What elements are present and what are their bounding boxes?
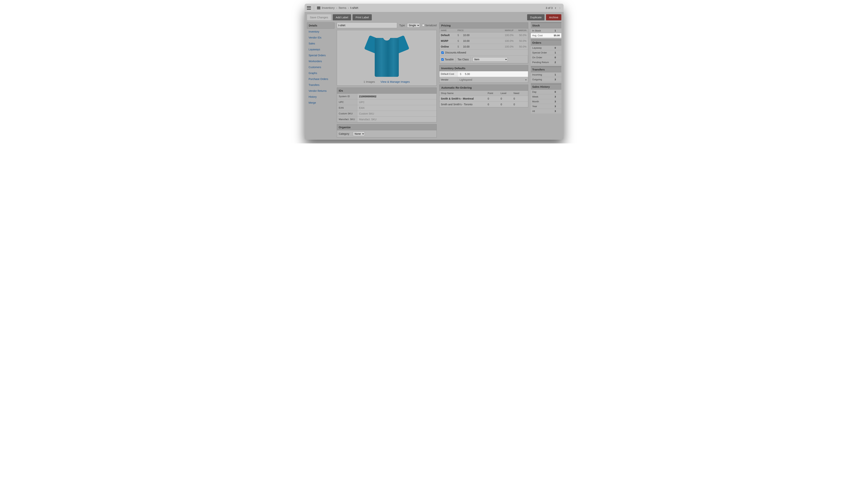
stat-row: Year3 xyxy=(531,104,561,109)
ids-label: Custom SKU xyxy=(337,111,357,117)
reorder-title: Automatic Re-Ordering xyxy=(440,85,528,91)
reorder-row: Smith & Smith's - Montreal000 xyxy=(440,96,528,102)
sidebar-item-purchase-orders[interactable]: Purchase Orders xyxy=(307,76,334,82)
stat-row: On Order0 xyxy=(531,55,561,60)
add-label-button[interactable]: Add Label xyxy=(333,14,351,20)
stat-row: Week3 xyxy=(531,94,561,99)
stat-row: In Stock1 xyxy=(531,28,561,33)
stat-row: Avg. Cost$5.00 xyxy=(531,33,561,38)
stat-row: Incoming1 xyxy=(531,72,561,77)
price-row: Online$10.00100.0%50.0% xyxy=(440,44,528,50)
price-row: Default$10.00100.0%50.0% xyxy=(440,32,528,38)
ids-label: System ID xyxy=(337,94,357,99)
price-row: MSRP$10.00100.0%50.0% xyxy=(440,38,528,44)
sidebar-item-graphs[interactable]: Graphs xyxy=(307,70,334,76)
discounts-label: Discounts Allowed xyxy=(445,51,466,54)
print-label-button[interactable]: Print Label xyxy=(352,14,372,20)
reorder-row: Smith and Smith's - Toronto000 xyxy=(440,102,528,107)
sidebar-item-customers[interactable]: Customers xyxy=(307,64,334,70)
ids-value[interactable]: Manufact. SKU xyxy=(357,117,436,122)
saleshistory-panel: Sales History Day0Week3Month3Year3All3 xyxy=(531,84,561,113)
default-cost-currency: $ xyxy=(458,71,464,77)
ids-title: IDs xyxy=(337,88,436,94)
ids-value[interactable]: UPC xyxy=(357,99,436,105)
next-icon: › xyxy=(558,6,561,10)
category-select[interactable]: None xyxy=(353,132,365,136)
ids-value: 210000000002 xyxy=(357,94,436,99)
manage-images-link[interactable]: View & Manage Images xyxy=(381,80,410,83)
sidebar: DetailsInventoryVendor IDsSalesLayawaysS… xyxy=(307,22,334,138)
ids-label: Manufact. SKU xyxy=(337,117,357,122)
sidebar-item-vendor-returns[interactable]: Vendor Returns xyxy=(307,88,334,94)
orders-title: Orders xyxy=(531,40,561,46)
ids-label: UPC xyxy=(337,99,357,105)
ids-label: EAN xyxy=(337,105,357,111)
transfers-title: Transfers xyxy=(531,67,561,72)
archive-button[interactable]: Archive xyxy=(546,14,561,20)
pager-text: 3 of 3 xyxy=(546,6,552,9)
item-name-input[interactable] xyxy=(337,22,397,28)
orders-panel: Orders Layaway0Special Order1On Order0Pe… xyxy=(531,40,561,64)
chevron-down-icon: ▾ xyxy=(525,78,527,81)
taxclass-label: Tax Class xyxy=(457,58,469,61)
default-cost-label: Default Cost xyxy=(440,71,458,77)
sidebar-item-inventory[interactable]: Inventory xyxy=(307,29,334,34)
product-image xyxy=(364,34,409,78)
stat-row: Special Order1 xyxy=(531,50,561,55)
pricing-panel: Pricing NAME PRICE MARKUP MARGIN Default… xyxy=(439,22,528,63)
sidebar-item-layaways[interactable]: Layaways xyxy=(307,47,334,52)
default-cost-value[interactable]: 5.00 xyxy=(464,71,528,77)
col-markup: MARKUP xyxy=(485,29,514,31)
sidebar-item-history[interactable]: History xyxy=(307,94,334,100)
vendor-label: Vendor xyxy=(440,77,458,82)
image-panel: 1 Images View & Manage Images xyxy=(337,30,437,86)
image-count: 1 Images xyxy=(364,80,375,83)
stock-title: Stock xyxy=(531,22,561,28)
transfers-panel: Transfers Incoming1Outgoing3 xyxy=(531,67,561,82)
save-button: Save Changes xyxy=(307,14,331,21)
taxable-label: Taxable xyxy=(445,58,454,61)
sidebar-item-transfers[interactable]: Transfers xyxy=(307,82,334,88)
stat-row: Month3 xyxy=(531,99,561,104)
stat-row: Pending Return2 xyxy=(531,60,561,64)
organize-title: Organize xyxy=(337,124,436,130)
stat-row: All3 xyxy=(531,109,561,113)
inventory-defaults-panel: Inventory Defaults Default Cost $ 5.00 V… xyxy=(439,65,528,83)
col-need: Need xyxy=(514,92,527,94)
stock-panel: Stock In Stock1Avg. Cost$5.00 xyxy=(531,22,561,38)
ids-value[interactable]: Custom SKU xyxy=(357,111,436,117)
breadcrumb-root[interactable]: Inventory xyxy=(322,6,335,10)
organize-panel: Organize Category None xyxy=(337,124,437,138)
col-price: PRICE xyxy=(457,29,485,31)
type-label: Type xyxy=(399,24,405,27)
sidebar-item-merge[interactable]: Merge xyxy=(307,100,334,106)
breadcrumb-current: t-shirt xyxy=(350,6,358,10)
serialized-label: Serialized xyxy=(425,24,436,27)
duplicate-button[interactable]: Duplicate xyxy=(527,14,545,20)
sidebar-item-workorders[interactable]: Workorders xyxy=(307,58,334,64)
sidebar-item-vendor-ids[interactable]: Vendor IDs xyxy=(307,34,334,41)
sidebar-item-sales[interactable]: Sales xyxy=(307,41,334,47)
topbar: Inventory › Items › t-shirt 3 of 3 ‹ › xyxy=(304,4,564,12)
col-name: NAME xyxy=(441,29,457,31)
inventory-icon xyxy=(317,7,320,9)
prev-icon[interactable]: ‹ xyxy=(554,6,557,10)
reorder-panel: Automatic Re-Ordering Shop Name Point Le… xyxy=(439,84,528,107)
vendor-select[interactable]: Lightspeed ▾ xyxy=(458,77,528,82)
stat-row: Outgoing3 xyxy=(531,77,561,82)
breadcrumb: Inventory › Items › t-shirt xyxy=(322,6,358,10)
inv-defaults-title: Inventory Defaults xyxy=(440,65,528,71)
pricing-title: Pricing xyxy=(440,22,528,29)
menu-icon[interactable] xyxy=(307,6,311,10)
taxclass-select[interactable]: Item xyxy=(473,57,508,62)
col-point: Point xyxy=(488,92,501,94)
sidebar-item-special-orders[interactable]: Special Orders xyxy=(307,52,334,58)
type-select[interactable]: Single xyxy=(407,23,420,28)
breadcrumb-items[interactable]: Items xyxy=(339,6,347,10)
saleshistory-title: Sales History xyxy=(531,84,561,90)
sidebar-item-details[interactable]: Details xyxy=(307,22,334,29)
discounts-checkbox[interactable] xyxy=(441,51,444,54)
ids-value[interactable]: EAN xyxy=(357,105,436,111)
serialized-checkbox[interactable] xyxy=(422,24,424,27)
taxable-checkbox[interactable] xyxy=(441,58,444,61)
